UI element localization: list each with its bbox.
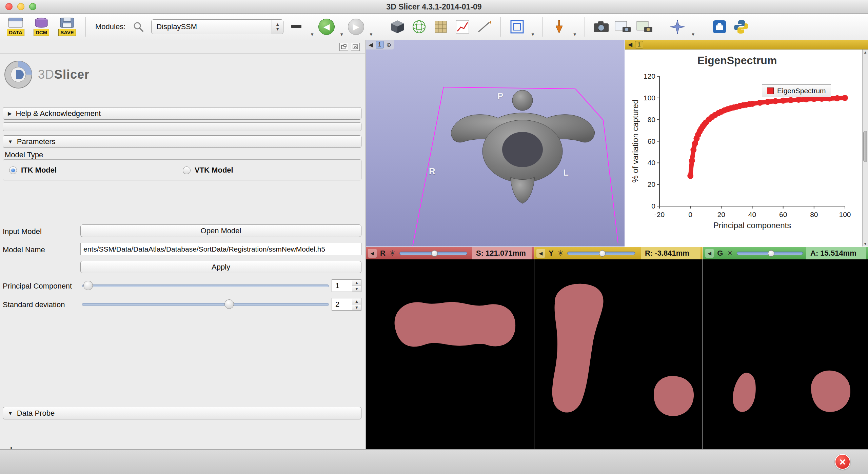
slider-knob[interactable] [768, 250, 774, 257]
spin-up-icon[interactable]: ▲ [352, 280, 361, 286]
scroll-down-icon[interactable]: ▼ [863, 242, 868, 246]
layout-grid-button[interactable] [432, 17, 450, 36]
spin-up-icon[interactable]: ▲ [352, 298, 361, 304]
screenshot-dropdown-icon[interactable]: ▼ [531, 32, 535, 40]
open-model-button[interactable]: Open Model [80, 224, 361, 237]
fiducial-dropdown-icon[interactable]: ▼ [573, 32, 577, 40]
threeD-view[interactable]: ◀ 1 ⊕ P R L [366, 40, 625, 246]
vtk-model-radio[interactable]: VTK Model [183, 166, 233, 175]
red-slice-header[interactable]: ◀ R ☀ S: 121.071mm [366, 247, 534, 259]
module-back-button[interactable]: ◀ [318, 19, 335, 35]
history-dropdown-icon[interactable]: ▼ [310, 32, 314, 40]
green-slice-header[interactable]: ◀ G ☀ A: 15.514mm [703, 247, 868, 259]
close-window-button[interactable] [5, 3, 13, 10]
collapse-right-icon: ▶ [8, 111, 12, 117]
module-search-button[interactable] [130, 17, 147, 36]
threeD-pane-controls[interactable]: ◀ 1 ⊕ [366, 40, 394, 50]
orientation-marker-icon[interactable]: ⊕ [387, 41, 391, 48]
screenshot-layout-button[interactable] [508, 17, 526, 36]
layout-sphere-button[interactable] [410, 17, 428, 36]
toolbar-separator [381, 17, 381, 37]
load-data-button[interactable]: DATA [5, 16, 26, 38]
pane-pin-icon[interactable]: ◀ [628, 41, 632, 48]
forward-dropdown-icon[interactable]: ▼ [369, 32, 373, 40]
module-history-button[interactable] [288, 17, 305, 36]
error-log-button[interactable]: × [835, 454, 850, 470]
grid-cube-icon [433, 19, 449, 35]
window-titlebar: 3D Slicer 4.3.1-2014-01-09 [0, 0, 868, 14]
modules-combobox[interactable]: DisplaySSM ▲▼ [151, 19, 283, 34]
minimize-window-button[interactable] [17, 3, 24, 10]
visibility-sun-icon[interactable]: ☀ [726, 249, 733, 258]
visibility-sun-icon[interactable]: ☀ [557, 249, 564, 258]
slider-track[interactable] [82, 303, 329, 306]
zoom-window-button[interactable] [29, 3, 36, 10]
slider-knob[interactable] [431, 250, 438, 257]
close-x-icon: × [840, 456, 846, 467]
python-console-button[interactable] [732, 17, 750, 36]
back-dropdown-icon[interactable]: ▼ [339, 32, 344, 40]
slider-track[interactable] [82, 284, 329, 287]
visibility-sun-icon[interactable]: ☀ [389, 249, 396, 258]
search-icon [133, 21, 144, 33]
spin-down-icon[interactable]: ▼ [352, 286, 361, 292]
save-button[interactable]: SAVE [56, 16, 78, 38]
y-tick-label: 100 [639, 94, 655, 102]
scroll-up-icon[interactable]: ▲ [863, 50, 868, 54]
module-forward-button[interactable]: ▶ [348, 19, 364, 35]
slider-knob[interactable] [599, 250, 606, 257]
red-slice-image[interactable] [366, 259, 534, 449]
green-slice-slider[interactable] [737, 252, 803, 255]
dicom-button[interactable]: DCM [31, 16, 52, 38]
yellow-slice-view[interactable]: ◀ Y ☀ R: -3.841mm [534, 247, 703, 449]
apply-button[interactable]: Apply [80, 261, 361, 273]
red-slice-letter: R [380, 249, 386, 258]
red-slice-view[interactable]: ◀ R ☀ S: 121.071mm [366, 247, 534, 449]
spinbox-steppers[interactable]: ▲ ▼ [352, 298, 361, 310]
yellow-slice-header[interactable]: ◀ Y ☀ R: -3.841mm [534, 247, 703, 259]
parameters-section-header[interactable]: ▼ Parameters [3, 135, 361, 148]
standard-deviation-spinbox[interactable]: 2 ▲ ▼ [332, 298, 361, 311]
toolbar-separator [585, 17, 585, 37]
chart-view[interactable]: ◀ 1 EigenSpectrum % of variation capture… [625, 40, 868, 246]
itk-model-radio[interactable]: ITK Model [9, 166, 57, 175]
screen-capture-button[interactable] [592, 17, 610, 36]
yellow-slice-image[interactable] [534, 259, 703, 449]
undock-panel-button[interactable] [339, 43, 348, 51]
slider-knob[interactable] [83, 281, 93, 290]
pane-pin-icon[interactable]: ◀ [369, 41, 373, 48]
pane-pin-icon[interactable]: ◀ [368, 249, 377, 258]
pane-pin-icon[interactable]: ◀ [705, 249, 714, 258]
principal-component-slider[interactable] [82, 279, 329, 292]
red-slice-slider[interactable] [399, 252, 467, 255]
chart-view-button[interactable] [454, 17, 471, 36]
crosshair-button[interactable] [669, 17, 686, 36]
scrollbar-thumb[interactable] [863, 131, 867, 162]
spinbox-steppers[interactable]: ▲ ▼ [352, 280, 361, 292]
spin-down-icon[interactable]: ▼ [352, 304, 361, 310]
close-panel-button[interactable] [351, 43, 360, 51]
collapsed-section-bar[interactable] [3, 122, 361, 131]
chart-scrollbar[interactable]: ▲ ▼ [862, 50, 868, 246]
slider-knob[interactable] [224, 299, 234, 309]
crosshair-dropdown-icon[interactable]: ▼ [691, 32, 695, 40]
model-type-label: Model Type [3, 151, 44, 159]
green-slice-view[interactable]: ◀ G ☀ A: 15.514mm [703, 247, 868, 449]
model-type-group: ITK Model VTK Model [3, 159, 361, 180]
yellow-slice-letter: Y [549, 249, 554, 258]
principal-component-spinbox[interactable]: 1 ▲ ▼ [332, 279, 361, 292]
extensions-manager-button[interactable] [711, 17, 728, 36]
help-section-header[interactable]: ▶ Help & Acknowledgement [3, 107, 361, 120]
pane-pin-icon[interactable]: ◀ [536, 249, 545, 258]
data-probe-section-header[interactable]: ▼ Data Probe [3, 407, 361, 419]
standard-deviation-slider[interactable] [82, 298, 329, 310]
green-slice-image[interactable] [703, 259, 868, 449]
scene-view-capture-button[interactable] [614, 17, 632, 36]
layout-cube-button[interactable] [389, 17, 406, 36]
yellow-slice-slider[interactable] [567, 252, 635, 255]
ruler-button[interactable] [475, 17, 493, 36]
model-name-input[interactable] [80, 243, 361, 255]
place-fiducial-button[interactable] [550, 17, 568, 36]
chart-pane-header[interactable]: ◀ 1 [625, 40, 868, 50]
scene-view-restore-button[interactable] [636, 17, 653, 36]
